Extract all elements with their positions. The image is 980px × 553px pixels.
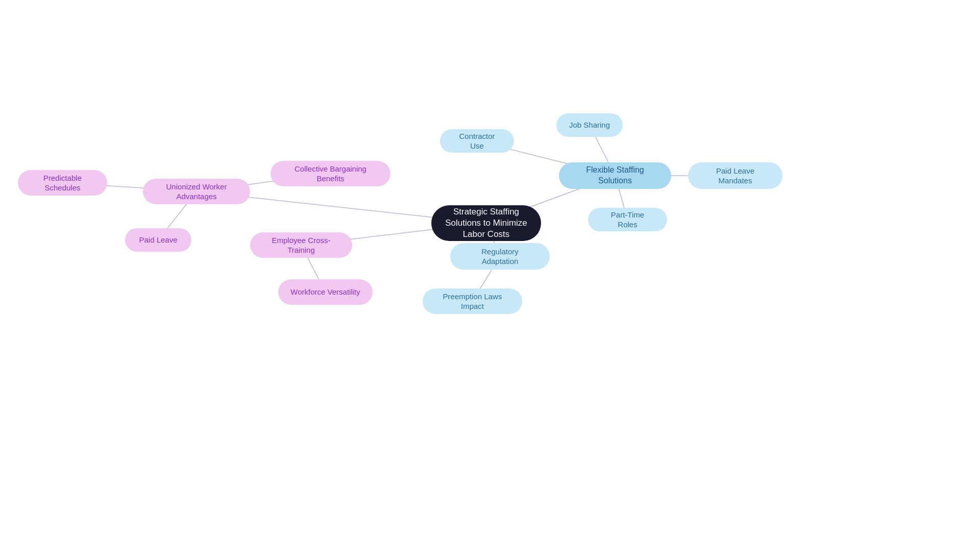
node-collective[interactable]: Collective Bargaining Benefits	[271, 161, 390, 186]
collective-label: Collective Bargaining Benefits	[283, 164, 378, 184]
node-job-sharing[interactable]: Job Sharing	[556, 113, 623, 137]
center-label: Strategic Staffing Solutions to Minimize…	[444, 206, 529, 240]
regulatory-label: Regulatory Adaptation	[462, 247, 537, 267]
unionized-label: Unionized Worker Advantages	[155, 182, 238, 202]
paid-leave-label: Paid Leave	[139, 235, 177, 245]
connections-svg	[0, 0, 980, 553]
node-regulatory[interactable]: Regulatory Adaptation	[450, 243, 550, 270]
predictable-label: Predictable Schedules	[30, 173, 95, 193]
mindmap-container: Strategic Staffing Solutions to Minimize…	[0, 0, 980, 553]
node-predictable[interactable]: Predictable Schedules	[18, 170, 107, 196]
workforce-label: Workforce Versatility	[290, 287, 360, 297]
flexible-label: Flexible Staffing Solutions	[571, 165, 659, 186]
node-unionized[interactable]: Unionized Worker Advantages	[143, 179, 250, 204]
cross-training-label: Employee Cross-Training	[262, 235, 340, 255]
node-paid-leave[interactable]: Paid Leave	[125, 228, 191, 252]
job-sharing-label: Job Sharing	[569, 120, 610, 130]
part-time-label: Part-Time Roles	[600, 210, 655, 230]
contractor-label: Contractor Use	[452, 131, 502, 151]
node-cross-training[interactable]: Employee Cross-Training	[250, 232, 352, 258]
node-flexible[interactable]: Flexible Staffing Solutions	[559, 162, 671, 189]
node-part-time[interactable]: Part-Time Roles	[588, 208, 667, 231]
paid-leave-mandates-label: Paid Leave Mandates	[700, 166, 770, 186]
node-center[interactable]: Strategic Staffing Solutions to Minimize…	[431, 205, 541, 241]
preemption-label: Preemption Laws Impact	[435, 292, 510, 311]
node-preemption[interactable]: Preemption Laws Impact	[423, 288, 522, 314]
node-workforce[interactable]: Workforce Versatility	[278, 279, 373, 305]
node-paid-leave-mandates[interactable]: Paid Leave Mandates	[688, 162, 782, 189]
node-contractor[interactable]: Contractor Use	[440, 129, 514, 153]
